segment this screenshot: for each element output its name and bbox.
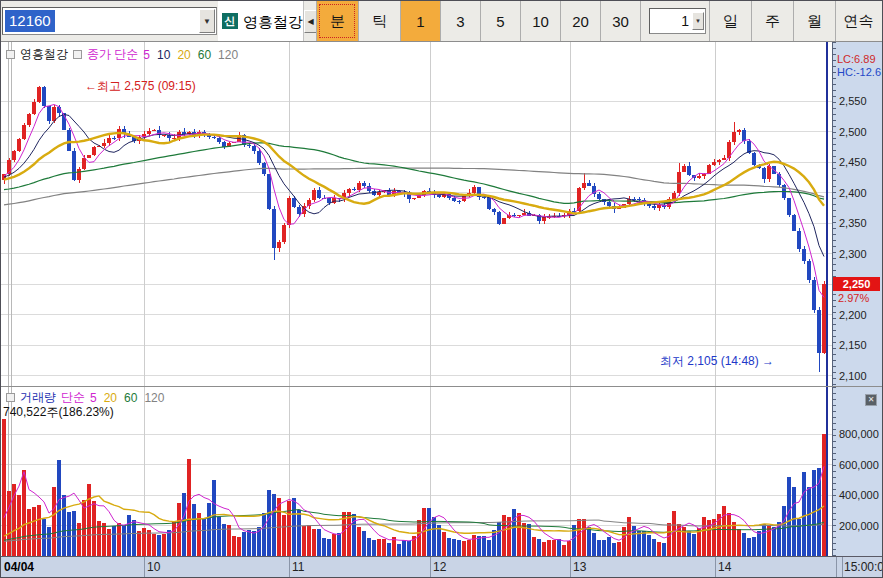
high-annotation-text: 최고 2,575 (09:15) <box>97 79 196 93</box>
chart-window: 12160 ▼ 신 영흥철강 ◀ 분틱 135102030 1 ▼ 일주월연속 … <box>0 0 883 578</box>
legend-checkbox[interactable] <box>6 50 15 59</box>
low-annotation-text: 최저 2,105 (14:48) <box>660 354 759 368</box>
left-arrow-icon: ← <box>85 79 97 93</box>
legend-period-10: 10 <box>157 48 170 62</box>
range-button-연속[interactable]: 연속 <box>835 1 881 41</box>
volume-chart-panel[interactable]: 거래량 단순 52060120 740,522주(186.23%) <box>1 387 832 556</box>
stock-name-box: 신 영흥철강 <box>218 1 304 41</box>
time-axis-label: 10 <box>147 560 160 574</box>
range-button-월[interactable]: 월 <box>793 1 835 41</box>
interval-button-10[interactable]: 10 <box>520 1 560 41</box>
price-tick-label: 2,350 <box>839 217 867 229</box>
time-axis-separator <box>570 557 571 577</box>
legend-period-20: 20 <box>177 48 190 62</box>
custom-interval-spinner[interactable]: 1 ▼ <box>649 8 706 34</box>
right-arrow-icon: → <box>762 354 774 368</box>
price-legend-symbol: 영흥철강 <box>20 46 68 63</box>
stock-name: 영흥철강 <box>243 13 303 32</box>
time-axis-label: 14 <box>718 560 731 574</box>
price-legend-periods: 5102060120 <box>143 48 245 62</box>
legend-checkbox[interactable] <box>6 393 15 402</box>
price-axis-ticks <box>833 42 836 386</box>
close-icon: ✕ <box>868 395 875 404</box>
price-tick-label: 2,300 <box>839 248 867 260</box>
stock-code-dropdown-button[interactable]: ▼ <box>199 9 215 33</box>
period-button-분[interactable]: 분 <box>316 1 358 41</box>
chevron-down-icon: ▼ <box>695 18 701 24</box>
volume-chart-canvas[interactable] <box>1 387 832 556</box>
period-button-틱[interactable]: 틱 <box>358 1 400 41</box>
time-axis-separator <box>289 557 290 577</box>
stock-code-input[interactable]: 12160 ▼ <box>2 7 217 35</box>
time-axis: 04/04101112131415:00:0 <box>1 556 882 577</box>
time-axis-separator <box>836 557 837 577</box>
time-axis-separator <box>715 557 716 577</box>
high-annotation: ←최고 2,575 (09:15) <box>85 78 196 95</box>
volume-tick-label: 800,000 <box>839 428 879 440</box>
legend-period-5: 5 <box>90 391 97 405</box>
legend-checkbox[interactable] <box>73 50 82 59</box>
price-tick-label: 2,200 <box>839 309 867 321</box>
price-chart-panel[interactable]: 영흥철강 종가 단순 5102060120 ←최고 2,575 (09:15) … <box>1 42 832 386</box>
price-legend: 영흥철강 종가 단순 5102060120 <box>6 46 245 63</box>
legend-period-120: 120 <box>218 48 238 62</box>
interval-button-20[interactable]: 20 <box>560 1 600 41</box>
time-axis-separator <box>144 557 145 577</box>
price-tick-label: 2,400 <box>839 187 867 199</box>
volume-legend-periods: 52060120 <box>90 391 171 405</box>
range-button-group: 일주월연속 <box>709 1 881 41</box>
price-tick-label: 2,100 <box>839 370 867 382</box>
interval-button-group: 135102030 <box>400 1 641 41</box>
volume-reading: 740,522주(186.23%) <box>3 404 114 421</box>
toolbar: 12160 ▼ 신 영흥철강 ◀ 분틱 135102030 1 ▼ 일주월연속 <box>1 1 882 42</box>
period-button-group: 분틱 <box>316 1 400 41</box>
interval-button-5[interactable]: 5 <box>480 1 520 41</box>
custom-interval-value: 1 <box>681 13 689 29</box>
legend-period-60: 60 <box>198 48 211 62</box>
time-axis-label: 11 <box>292 560 304 574</box>
interval-button-3[interactable]: 3 <box>440 1 480 41</box>
volume-axis: 800,000600,000400,000200,000 ✕ <box>832 387 882 556</box>
low-annotation: 최저 2,105 (14:48) → <box>660 353 774 370</box>
volume-tick-label: 600,000 <box>839 459 879 471</box>
interval-button-1[interactable]: 1 <box>400 1 440 41</box>
hc-value: HC:-12.6 <box>837 66 881 78</box>
range-button-일[interactable]: 일 <box>709 1 751 41</box>
legend-period-60: 60 <box>124 391 137 405</box>
volume-tick-label: 200,000 <box>839 520 879 532</box>
range-button-주[interactable]: 주 <box>751 1 793 41</box>
lc-value: LC:6.89 <box>837 53 876 65</box>
time-axis-label: 04/04 <box>4 560 34 574</box>
legend-period-120: 120 <box>144 391 164 405</box>
price-axis: LC:6.89 HC:-12.6 2,5502,5002,4502,4002,3… <box>832 42 882 386</box>
stock-code-value: 12160 <box>5 10 55 32</box>
price-tick-label: 2,500 <box>839 126 867 138</box>
volume-axis-ticks <box>833 387 836 556</box>
time-axis-label: 15:00:0 <box>844 560 882 574</box>
last-price-box: 2,250 <box>833 277 880 291</box>
chevron-down-icon: ▼ <box>203 17 211 26</box>
volume-panel-close-button[interactable]: ✕ <box>865 394 877 406</box>
legend-period-5: 5 <box>143 48 150 62</box>
change-percent: 2.97% <box>838 292 869 304</box>
time-axis-label: 13 <box>573 560 586 574</box>
chevron-left-icon: ◀ <box>307 17 313 26</box>
legend-period-20: 20 <box>104 391 117 405</box>
price-tick-label: 2,550 <box>839 95 867 107</box>
market-badge: 신 <box>222 13 238 29</box>
time-axis-separator <box>430 557 431 577</box>
interval-button-30[interactable]: 30 <box>600 1 640 41</box>
price-tick-label: 2,450 <box>839 156 867 168</box>
volume-tick-label: 400,000 <box>839 489 879 501</box>
custom-interval-dropdown-button[interactable]: ▼ <box>692 12 704 30</box>
price-legend-series: 종가 단순 <box>87 46 138 63</box>
price-tick-label: 2,150 <box>839 339 867 351</box>
time-axis-label: 12 <box>433 560 446 574</box>
time-axis-separator <box>842 557 843 577</box>
